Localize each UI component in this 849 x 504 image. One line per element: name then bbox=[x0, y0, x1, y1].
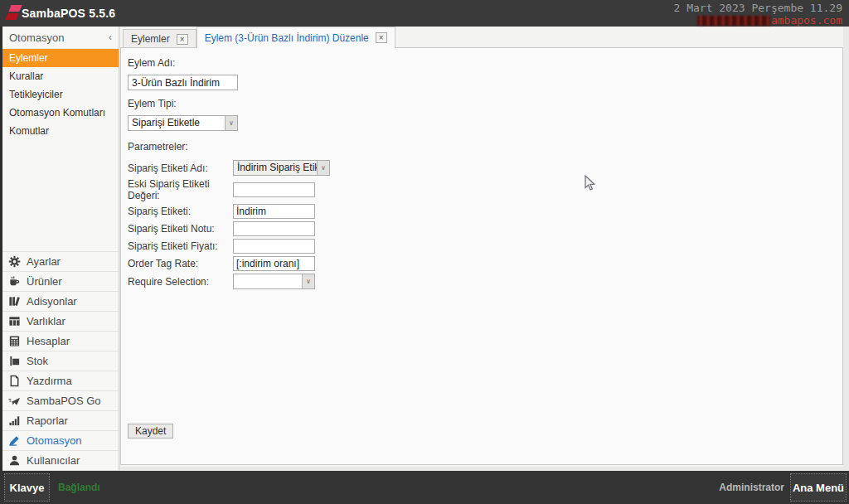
paper-plane-icon bbox=[8, 395, 21, 407]
param-row: Sipariş Etiketi: bbox=[128, 204, 315, 219]
param-label: Sipariş Etiketi Fiyatı: bbox=[128, 240, 233, 252]
action-name-input[interactable] bbox=[128, 75, 238, 90]
module-label: Hesaplar bbox=[27, 335, 70, 347]
sidebar-item-eylemler[interactable]: Eylemler bbox=[2, 49, 119, 67]
module-label: Otomasyon bbox=[27, 434, 81, 447]
module-raporlar[interactable]: Raporlar bbox=[2, 410, 119, 430]
module-kullanicilar[interactable]: Kullanıcılar bbox=[2, 450, 119, 470]
module-varliklar[interactable]: Varlıklar bbox=[2, 311, 119, 331]
save-button[interactable]: Kaydet bbox=[128, 424, 173, 439]
sidebar-item-tetikleyiciler[interactable]: Tetikleyiciler bbox=[2, 85, 119, 104]
order-tag-rate-input[interactable] bbox=[233, 256, 315, 271]
module-sambapos-go[interactable]: SambaPOS Go bbox=[2, 390, 119, 410]
app-title: SambaPOS 5.5.6 bbox=[22, 7, 115, 20]
module-label: Stok bbox=[27, 355, 48, 367]
chevron-down-icon bbox=[302, 274, 314, 288]
order-tag-price-input[interactable] bbox=[233, 239, 315, 254]
watermark: ambapos.com bbox=[674, 14, 843, 27]
close-icon[interactable] bbox=[177, 34, 188, 45]
datetime-text: 2 Mart 2023 Perşembe 11.29 bbox=[674, 2, 843, 14]
action-type-select[interactable]: Siparişi Etiketle bbox=[128, 115, 238, 131]
sidebar-header: Otomasyon bbox=[2, 27, 119, 49]
module-label: Adisyonlar bbox=[27, 295, 77, 308]
param-row: Order Tag Rate: bbox=[128, 256, 315, 271]
module-ayarlar[interactable]: Ayarlar bbox=[2, 251, 119, 271]
module-urunler[interactable]: Ürünler bbox=[2, 271, 119, 291]
titlebar-info: 2 Mart 2023 Perşembe 11.29 ambapos.com bbox=[674, 2, 843, 27]
books-icon bbox=[8, 295, 21, 308]
collapse-chevron-icon[interactable] bbox=[109, 27, 112, 49]
calculator-icon bbox=[8, 335, 21, 347]
main-menu-button[interactable]: Ana Menü bbox=[790, 473, 847, 502]
coffee-cup-icon bbox=[8, 275, 21, 288]
module-otomasyon[interactable]: Otomasyon bbox=[2, 430, 119, 450]
keyboard-button[interactable]: Klavye bbox=[4, 473, 50, 502]
parameters-label: Parametreler: bbox=[128, 141, 188, 153]
order-tag-note-input[interactable] bbox=[233, 221, 315, 236]
order-tag-input[interactable] bbox=[233, 204, 315, 219]
sidebar-item-kurallar[interactable]: Kurallar bbox=[2, 67, 119, 85]
stock-flag-icon bbox=[8, 355, 21, 367]
param-label: Require Selection: bbox=[128, 276, 233, 288]
action-name-label: Eylem Adı: bbox=[128, 57, 175, 69]
param-label: Sipariş Etiketi Notu: bbox=[128, 223, 233, 235]
module-label: SambaPOS Go bbox=[27, 395, 101, 407]
sidebar: Otomasyon Eylemler Kurallar Tetikleyicil… bbox=[2, 27, 119, 471]
module-label: Yazdırma bbox=[27, 375, 72, 387]
param-row: Eski Sipariş Etiketi Değeri: bbox=[128, 178, 315, 201]
module-label: Kullanıcılar bbox=[27, 454, 80, 467]
chevron-down-icon bbox=[225, 116, 237, 130]
status-bar: Klavye Bağlandı Administrator Ana Menü bbox=[0, 471, 849, 504]
sidebar-header-label: Otomasyon bbox=[9, 32, 64, 44]
param-row: Sipariş Etiketi Adı: İndirim Sipariş Eti… bbox=[128, 160, 330, 176]
order-tag-name-select[interactable]: İndirim Sipariş Etiketi bbox=[233, 160, 330, 176]
pencil-icon bbox=[8, 434, 21, 447]
tab-eylemler[interactable]: Eylemler bbox=[123, 29, 196, 48]
sidebar-item-otomasyon-komutlari[interactable]: Otomasyon Komutları bbox=[2, 104, 119, 122]
module-yazdirma[interactable]: Yazdırma bbox=[2, 371, 119, 390]
param-label: Eski Sipariş Etiketi Değeri: bbox=[128, 178, 233, 201]
main-area: Eylemler Eylem (3-Ürün Bazlı İndirim) Dü… bbox=[120, 27, 843, 467]
sambapos-window: SambaPOS 5.5.6 2 Mart 2023 Perşembe 11.2… bbox=[0, 0, 849, 504]
param-label: Order Tag Rate: bbox=[128, 258, 233, 269]
gear-icon bbox=[8, 255, 21, 268]
param-label: Sipariş Etiketi Adı: bbox=[128, 162, 233, 174]
redacted-text bbox=[697, 16, 770, 26]
tab-bar: Eylemler Eylem (3-Ürün Bazlı İndirim) Dü… bbox=[120, 27, 843, 48]
table-icon bbox=[8, 315, 21, 327]
action-edit-form: Eylem Adı: Eylem Tipi: Siparişi Etiketle… bbox=[120, 47, 843, 465]
module-adisyonlar[interactable]: Adisyonlar bbox=[2, 291, 119, 311]
param-row: Sipariş Etiketi Notu: bbox=[128, 221, 315, 236]
chevron-down-icon bbox=[317, 161, 329, 175]
sidebar-item-komutlar[interactable]: Komutlar bbox=[2, 122, 119, 140]
logged-in-user: Administrator bbox=[719, 482, 784, 493]
title-bar: SambaPOS 5.5.6 2 Mart 2023 Perşembe 11.2… bbox=[0, 0, 849, 27]
module-hesaplar[interactable]: Hesaplar bbox=[2, 331, 119, 351]
require-selection-select[interactable] bbox=[233, 274, 315, 289]
module-label: Varlıklar bbox=[27, 315, 65, 327]
close-icon[interactable] bbox=[376, 32, 387, 43]
module-label: Raporlar bbox=[27, 414, 68, 427]
sambapos-logo-icon bbox=[6, 3, 21, 23]
tab-eylem-duzenle[interactable]: Eylem (3-Ürün Bazlı İndirim) Düzenle bbox=[196, 27, 395, 48]
connection-status: Bağlandı bbox=[58, 482, 100, 493]
action-type-label: Eylem Tipi: bbox=[128, 98, 177, 109]
tab-label: Eylem (3-Ürün Bazlı İndirim) Düzenle bbox=[205, 32, 369, 44]
module-stok[interactable]: Stok bbox=[2, 351, 119, 371]
module-label: Ürünler bbox=[27, 275, 62, 288]
module-list: Ayarlar Ürünler Adisyonlar Varlıklar Hes… bbox=[2, 251, 119, 471]
watermark-text: ambapos.com bbox=[771, 14, 842, 27]
old-order-tag-value-input[interactable] bbox=[233, 182, 315, 197]
param-label: Sipariş Etiketi: bbox=[128, 206, 233, 217]
bar-chart-icon bbox=[8, 414, 21, 427]
document-icon bbox=[8, 375, 21, 387]
person-icon bbox=[8, 454, 21, 467]
param-row: Require Selection: bbox=[128, 274, 315, 289]
param-row: Sipariş Etiketi Fiyatı: bbox=[128, 239, 315, 254]
tab-label: Eylemler bbox=[131, 33, 170, 45]
module-label: Ayarlar bbox=[27, 255, 61, 268]
